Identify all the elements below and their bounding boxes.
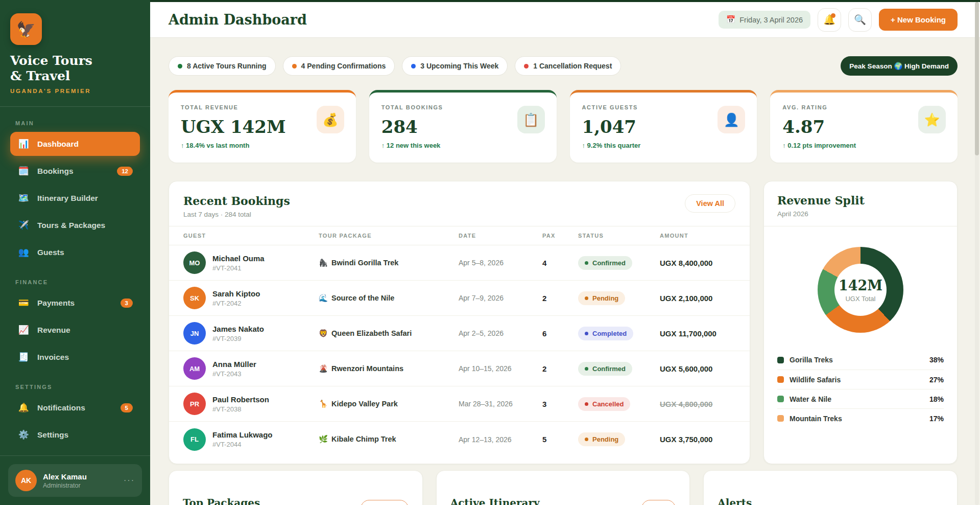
package-name: Rwenzori Mountains [331,364,403,373]
status-badge: Completed [578,327,633,340]
status-pills-row: 8 Active Tours Running 4 Pending Confirm… [169,56,958,76]
calendar-icon: 🗓️ [17,166,30,176]
pill-active-tours[interactable]: 8 Active Tours Running [169,56,276,76]
sidebar-item-tours-packages[interactable]: ✈️ Tours & Packages [10,213,140,237]
sidebar-item-notifications[interactable]: 🔔 Notifications 5 [10,396,140,420]
sidebar-item-revenue[interactable]: 📈 Revenue [10,318,140,342]
calendar-icon: 📅 [726,15,735,24]
booking-ref: #VT-2042 [212,300,260,307]
booking-amount: UGX 11,700,000 [660,329,735,338]
pill-cancellation-request[interactable]: 1 Cancellation Request [515,56,621,76]
money-bag-icon: 💰 [317,106,344,133]
status-badge: Confirmed [578,256,632,270]
legend-percent: 18% [929,395,944,403]
lion-icon: 🦁 [319,329,328,337]
sidebar-item-bookings[interactable]: 🗓️ Bookings 12 [10,159,140,183]
pill-pending-confirmations[interactable]: 4 Pending Confirmations [283,56,395,76]
herb-icon: 🌿 [319,435,328,443]
avatar: AM [183,357,206,380]
sidebar-item-payments[interactable]: 💳 Payments 3 [10,291,140,315]
table-row[interactable]: MO Michael Ouma #VT-2041 🦍Bwindi Gorilla… [169,245,750,281]
date-chip[interactable]: 📅 Friday, 3 April 2026 [719,11,810,29]
legend-item: Mountain Treks 17% [777,408,944,428]
legend-percent: 27% [929,376,944,384]
manage-button[interactable]: Manage [361,500,409,505]
edit-button[interactable]: Edit [641,500,676,505]
booking-ref: #VT-2039 [212,335,264,342]
sidebar-item-itinerary-builder[interactable]: 🗺️ Itinerary Builder [10,186,140,210]
view-all-button[interactable]: View All [685,194,735,213]
donut-total-value: 142M [839,278,882,293]
status-badge: Pending [578,432,625,446]
table-row[interactable]: AM Anna Müller #VT-2043 🌋Rwenzori Mounta… [169,351,750,386]
stat-delta: ↑ 0.12 pts improvement [782,142,945,149]
legend-percent: 17% [929,415,944,423]
booking-date: Apr 12–13, 2026 [459,435,542,444]
booking-ref: #VT-2041 [212,264,265,272]
guest-name: James Nakato [212,325,264,333]
revenue-split-card: Revenue Split April 2026 142M UGX Total … [763,181,958,464]
table-row[interactable]: PR Paul Robertson #VT-2038 🦒Kidepo Valle… [169,386,750,422]
booking-amount: UGX 8,400,000 [660,259,735,267]
booking-ref: #VT-2043 [212,370,256,378]
user-menu-icon[interactable]: ··· [124,476,135,485]
legend-item: Wildlife Safaris 27% [777,370,944,389]
avatar: PR [183,393,206,415]
scrollbar-thumb[interactable] [975,2,979,155]
user-card[interactable]: AK Alex Kamau Administrator ··· [8,464,142,497]
blue-dot [411,64,416,68]
chart-up-icon: 📈 [17,325,30,335]
legend-percent: 38% [929,356,944,364]
pax-count: 6 [542,329,578,338]
new-booking-button[interactable]: + New Booking [879,9,958,31]
booking-date: Apr 7–9, 2026 [459,294,542,302]
legend-swatch [777,357,784,363]
sidebar-item-invoices[interactable]: 🧾 Invoices [10,345,140,369]
table-header: GUEST TOUR PACKAGE DATE PAX STATUS AMOUN… [169,226,750,245]
wave-icon: 🌊 [319,294,328,302]
people-icon: 👥 [17,247,30,258]
booking-ref: #VT-2044 [212,441,273,448]
pill-upcoming-week[interactable]: 3 Upcoming This Week [402,56,508,76]
sidebar-item-settings[interactable]: ⚙️ Settings [10,423,140,447]
sidebar-item-guests[interactable]: 👥 Guests [10,240,140,264]
search-button[interactable]: 🔍 [848,8,872,32]
stat-card-total-revenue: TOTAL REVENUE UGX 142M ↑ 18.4% vs last m… [169,90,356,163]
bookings-badge: 12 [117,167,133,176]
legend-swatch [777,415,784,422]
notification-dot [831,13,835,18]
guest-name: Fatima Lukwago [212,430,273,439]
stat-card-total-bookings: TOTAL BOOKINGS 284 ↑ 12 new this week 📋 [369,90,557,163]
stat-delta: ↑ 12 new this week [381,142,544,149]
stat-card-active-guests: ACTIVE GUESTS 1,047 ↑ 9.2% this quarter … [570,90,757,163]
nav-section-finance: FINANCE [15,279,140,285]
guest-name: Michael Ouma [212,254,265,263]
package-name: Source of the Nile [331,294,394,302]
airplane-icon: ✈️ [17,220,30,231]
table-row[interactable]: SK Sarah Kiptoo #VT-2042 🌊Source of the … [169,281,750,316]
brand-tagline: UGANDA'S PREMIER [10,88,140,94]
nav-section-settings: SETTINGS [15,384,140,390]
sidebar: 🦅 Voice Tours & Travel UGANDA'S PREMIER … [0,0,150,505]
status-badge: Pending [578,291,625,305]
top-packages-card: Top Packages By revenue, Q2 2026 Manage [169,470,423,505]
season-badge: Peak Season 🌍 High Demand [841,56,958,76]
avatar: AK [15,470,37,491]
alerts-card: Alerts 5 notifications [703,470,958,505]
booking-amount: UGX 5,600,000 [660,364,735,373]
bird-icon: 🦅 [16,20,35,38]
package-name: Queen Elizabeth Safari [331,329,412,337]
status-badge: Confirmed [578,362,632,376]
recent-bookings-card: Recent Bookings Last 7 days · 284 total … [169,181,750,464]
table-row[interactable]: FL Fatima Lukwago #VT-2044 🌿Kibale Chimp… [169,422,750,457]
search-icon: 🔍 [854,14,866,26]
sidebar-item-dashboard[interactable]: 📊 Dashboard [10,132,140,156]
payments-badge: 3 [121,299,133,308]
pax-count: 2 [542,364,578,373]
clipboard-icon: 📋 [517,106,545,133]
dashboard-icon: 📊 [17,139,30,149]
green-dot [178,64,182,68]
table-row[interactable]: JN James Nakato #VT-2039 🦁Queen Elizabet… [169,316,750,351]
notifications-button[interactable]: 🔔 [818,8,841,32]
active-itinerary-card: Active Itinerary VT-2041 · Ouma Group · … [436,470,690,505]
